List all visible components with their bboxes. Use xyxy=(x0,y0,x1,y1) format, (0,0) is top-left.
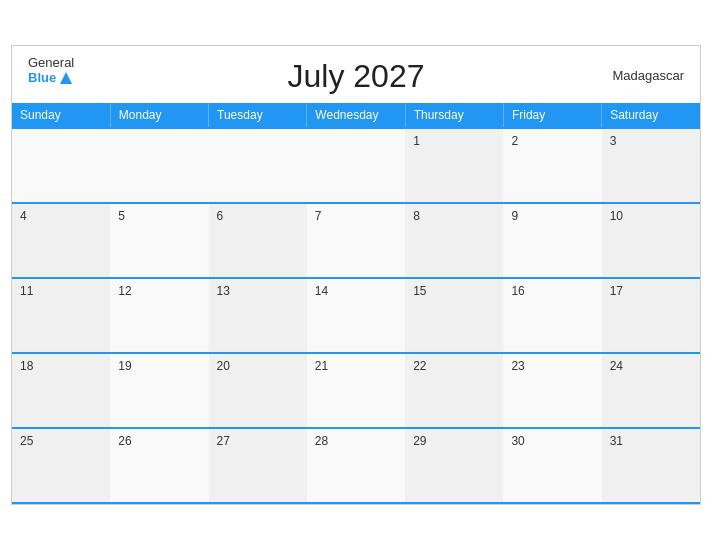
calendar-header: General Blue July 2027 Madagascar xyxy=(12,46,700,103)
calendar-day-cell: 8 xyxy=(405,203,503,278)
calendar-day-cell: 6 xyxy=(209,203,307,278)
logo-blue-text: Blue xyxy=(28,71,56,85)
calendar-day-cell xyxy=(307,128,405,203)
day-number: 26 xyxy=(118,434,131,448)
day-number: 4 xyxy=(20,209,27,223)
logo-triangle-icon xyxy=(58,70,74,86)
calendar-day-cell: 12 xyxy=(110,278,208,353)
calendar-day-cell: 21 xyxy=(307,353,405,428)
day-number: 23 xyxy=(511,359,524,373)
day-number: 29 xyxy=(413,434,426,448)
day-number: 30 xyxy=(511,434,524,448)
calendar-day-cell xyxy=(209,128,307,203)
calendar-container: General Blue July 2027 Madagascar Sunday… xyxy=(11,45,701,505)
calendar-day-cell: 29 xyxy=(405,428,503,503)
day-number: 6 xyxy=(217,209,224,223)
day-number: 12 xyxy=(118,284,131,298)
logo-general-text: General xyxy=(28,56,74,70)
calendar-day-cell: 23 xyxy=(503,353,601,428)
country-label: Madagascar xyxy=(612,67,684,82)
calendar-day-cell: 19 xyxy=(110,353,208,428)
calendar-day-cell: 11 xyxy=(12,278,110,353)
day-number: 17 xyxy=(610,284,623,298)
day-number: 19 xyxy=(118,359,131,373)
calendar-day-cell: 9 xyxy=(503,203,601,278)
calendar-day-cell: 5 xyxy=(110,203,208,278)
day-number: 10 xyxy=(610,209,623,223)
calendar-day-cell xyxy=(110,128,208,203)
calendar-day-cell: 10 xyxy=(602,203,700,278)
calendar-day-cell: 18 xyxy=(12,353,110,428)
day-number: 15 xyxy=(413,284,426,298)
calendar-day-cell xyxy=(12,128,110,203)
calendar-thead: SundayMondayTuesdayWednesdayThursdayFrid… xyxy=(12,103,700,128)
day-number: 11 xyxy=(20,284,33,298)
weekday-header: Saturday xyxy=(602,103,700,128)
day-number: 28 xyxy=(315,434,328,448)
calendar-week-row: 18192021222324 xyxy=(12,353,700,428)
weekday-header: Monday xyxy=(110,103,208,128)
weekday-header: Wednesday xyxy=(307,103,405,128)
day-number: 7 xyxy=(315,209,322,223)
calendar-day-cell: 31 xyxy=(602,428,700,503)
calendar-day-cell: 20 xyxy=(209,353,307,428)
weekday-header: Sunday xyxy=(12,103,110,128)
day-number: 21 xyxy=(315,359,328,373)
day-number: 2 xyxy=(511,134,518,148)
calendar-week-row: 25262728293031 xyxy=(12,428,700,503)
weekday-header: Thursday xyxy=(405,103,503,128)
calendar-day-cell: 4 xyxy=(12,203,110,278)
calendar-day-cell: 28 xyxy=(307,428,405,503)
svg-marker-0 xyxy=(60,72,72,84)
calendar-day-cell: 25 xyxy=(12,428,110,503)
calendar-day-cell: 1 xyxy=(405,128,503,203)
calendar-day-cell: 17 xyxy=(602,278,700,353)
day-number: 1 xyxy=(413,134,420,148)
logo: General Blue xyxy=(28,56,74,86)
calendar-title: July 2027 xyxy=(288,58,425,95)
day-number: 31 xyxy=(610,434,623,448)
day-number: 14 xyxy=(315,284,328,298)
calendar-week-row: 45678910 xyxy=(12,203,700,278)
calendar-day-cell: 27 xyxy=(209,428,307,503)
calendar-day-cell: 15 xyxy=(405,278,503,353)
calendar-tbody: 1234567891011121314151617181920212223242… xyxy=(12,128,700,503)
calendar-day-cell: 14 xyxy=(307,278,405,353)
calendar-day-cell: 22 xyxy=(405,353,503,428)
day-number: 3 xyxy=(610,134,617,148)
calendar-week-row: 123 xyxy=(12,128,700,203)
calendar-day-cell: 2 xyxy=(503,128,601,203)
day-number: 18 xyxy=(20,359,33,373)
day-number: 9 xyxy=(511,209,518,223)
calendar-day-cell: 16 xyxy=(503,278,601,353)
calendar-table: SundayMondayTuesdayWednesdayThursdayFrid… xyxy=(12,103,700,504)
day-number: 24 xyxy=(610,359,623,373)
calendar-day-cell: 13 xyxy=(209,278,307,353)
day-number: 13 xyxy=(217,284,230,298)
weekday-header: Tuesday xyxy=(209,103,307,128)
calendar-week-row: 11121314151617 xyxy=(12,278,700,353)
day-number: 16 xyxy=(511,284,524,298)
day-number: 27 xyxy=(217,434,230,448)
day-number: 25 xyxy=(20,434,33,448)
calendar-day-cell: 3 xyxy=(602,128,700,203)
calendar-day-cell: 30 xyxy=(503,428,601,503)
weekday-header-row: SundayMondayTuesdayWednesdayThursdayFrid… xyxy=(12,103,700,128)
calendar-day-cell: 24 xyxy=(602,353,700,428)
day-number: 8 xyxy=(413,209,420,223)
day-number: 5 xyxy=(118,209,125,223)
calendar-day-cell: 26 xyxy=(110,428,208,503)
weekday-header: Friday xyxy=(503,103,601,128)
calendar-day-cell: 7 xyxy=(307,203,405,278)
day-number: 20 xyxy=(217,359,230,373)
day-number: 22 xyxy=(413,359,426,373)
